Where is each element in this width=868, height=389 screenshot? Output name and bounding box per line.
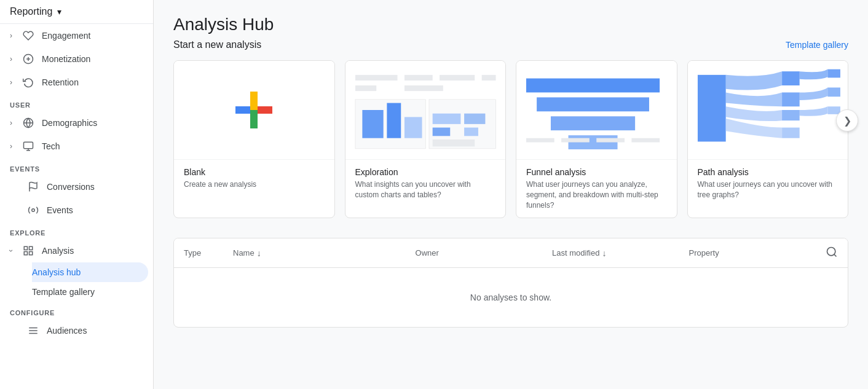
sidebar-sub-item-analysis-hub[interactable]: Analysis hub [32,262,148,282]
svg-line-50 [834,254,837,257]
chevron-right-icon: › [10,119,12,127]
chevron-right-icon: › [10,78,12,87]
card-info-blank: Blank Create a new analysis [174,159,334,197]
exploration-svg [345,61,506,159]
sidebar: Reporting ▾ › Engagement › Monetization … [0,0,154,389]
sidebar-label-monetization: Monetization [42,54,90,64]
column-type: Type [184,248,233,257]
table-empty-message: No analyses to show. [174,268,848,327]
svg-rect-25 [387,103,401,138]
svg-rect-33 [526,79,660,93]
svg-rect-47 [827,87,840,96]
sidebar-section-user: USER [0,94,153,111]
main-content: Analysis Hub Start a new analysis Templa… [154,0,868,389]
svg-rect-20 [481,75,495,81]
svg-rect-26 [404,117,422,138]
funnel-svg [516,61,677,159]
path-svg [688,61,848,159]
sort-desc-icon-modified: ↓ [602,248,606,258]
sidebar-item-events[interactable]: Events [0,198,148,222]
sidebar-item-retention[interactable]: › Retention [0,71,148,94]
analysis-icon [22,245,34,256]
svg-rect-35 [551,116,635,130]
engagement-icon [22,30,34,41]
svg-rect-34 [537,97,649,111]
card-info-exploration: Exploration What insights can you uncove… [345,159,506,208]
svg-rect-21 [355,85,376,91]
card-visual-path [688,61,848,159]
svg-rect-42 [782,71,800,85]
sidebar-label-retention: Retention [42,77,79,87]
svg-rect-10 [24,246,27,250]
chevron-right-icon: ❯ [843,115,851,127]
svg-rect-38 [561,138,590,143]
sidebar-dropdown-icon: ▾ [57,7,61,17]
sidebar-header-text: Reporting [10,6,52,17]
analyses-table: Type Name ↓ Owner Last modified ↓ Proper… [173,238,848,328]
sidebar-section-configure: CONFIGURE [0,302,153,319]
svg-point-49 [827,248,835,256]
template-gallery-link[interactable]: Template gallery [786,40,848,50]
cards-row: Blank Create a new analysis [173,60,848,218]
sidebar-item-analysis[interactable]: › Analysis [0,239,148,262]
sidebar-sub-label-template-gallery: Template gallery [32,287,95,297]
demographics-icon [22,117,34,128]
sidebar-label-analysis: Analysis [42,246,74,256]
svg-rect-24 [362,110,383,138]
svg-rect-43 [782,92,800,106]
column-last-modified[interactable]: Last modified ↓ [552,248,688,258]
svg-rect-32 [464,128,478,136]
sidebar-header[interactable]: Reporting ▾ [0,0,153,24]
monetization-icon [22,53,34,65]
sidebar-sub-analysis: Analysis hub Template gallery [0,262,153,302]
card-exploration[interactable]: Exploration What insights can you uncove… [345,60,507,218]
svg-rect-44 [782,110,800,120]
retention-icon [22,77,34,88]
svg-rect-39 [596,138,625,143]
svg-rect-31 [464,114,485,124]
card-blank[interactable]: Blank Create a new analysis [173,60,335,218]
svg-point-9 [32,209,35,212]
svg-rect-13 [24,252,27,255]
card-title-blank: Blank [184,167,325,177]
sidebar-sub-item-template-gallery[interactable]: Template gallery [32,282,148,302]
column-name[interactable]: Name ↓ [233,248,416,258]
sidebar-label-engagement: Engagement [42,31,90,41]
tech-icon [22,141,34,152]
card-desc-exploration: What insights can you uncover with custo… [355,179,496,200]
chevron-right-icon: › [10,55,12,63]
start-new-label: Start a new analysis [173,39,261,50]
sidebar-sub-label-analysis-hub: Analysis hub [32,267,81,277]
sidebar-label-conversions: Conversions [47,182,95,192]
card-title-path: Path analysis [698,167,838,177]
card-desc-path: What user journeys can you uncover with … [698,179,838,200]
sidebar-item-monetization[interactable]: › Monetization [0,47,148,71]
card-path[interactable]: Path analysis What user journeys can you… [687,60,849,218]
card-funnel[interactable]: Funnel analysis What user journeys can y… [516,60,677,218]
card-info-funnel: Funnel analysis What user journeys can y… [516,159,677,218]
svg-rect-17 [355,75,397,81]
sidebar-item-tech[interactable]: › Tech [0,135,148,158]
sidebar-item-audiences[interactable]: Audiences [0,319,148,342]
sidebar-item-engagement[interactable]: › Engagement [0,24,148,47]
svg-rect-41 [697,75,725,142]
sidebar-item-conversions[interactable]: Conversions [0,175,148,198]
plus-icon [235,92,272,128]
sidebar-label-demographics: Demographics [42,118,97,128]
sidebar-item-demographics[interactable]: › Demographics [0,111,148,135]
sidebar-section-events: EVENTS [0,158,153,175]
svg-rect-18 [404,75,432,81]
svg-rect-29 [432,128,450,136]
carousel-next-button[interactable]: ❯ [836,109,858,132]
svg-rect-12 [30,252,33,255]
conversions-icon [27,181,39,192]
events-icon [27,205,39,216]
svg-rect-37 [526,138,554,143]
audiences-icon [27,325,39,336]
search-button[interactable] [826,246,838,260]
card-info-path: Path analysis What user journeys can you… [688,159,848,208]
chevron-right-icon: › [10,142,12,151]
chevron-down-icon: › [7,250,15,252]
sort-desc-icon: ↓ [257,248,261,258]
card-visual-blank [174,61,334,159]
